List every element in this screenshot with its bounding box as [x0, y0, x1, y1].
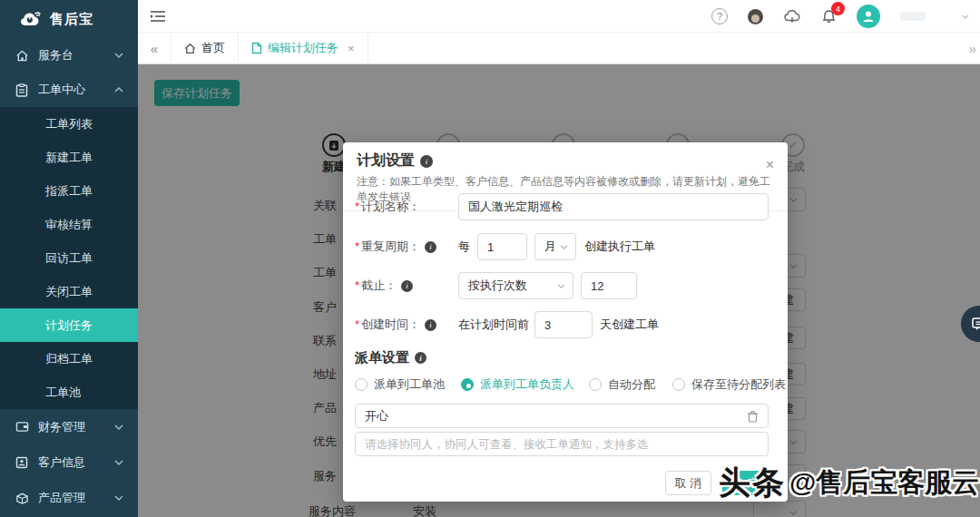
- sidebar-item-work-order-list[interactable]: 工单列表: [0, 107, 138, 141]
- repeat-suffix: 创建执行工单: [584, 239, 655, 255]
- sidebar-item-close-work-order[interactable]: 关闭工单: [0, 275, 138, 308]
- chevron-down-icon: [114, 495, 123, 501]
- sidebar-group-label: 服务台: [38, 47, 74, 63]
- create-time-label: *创建时间： i: [355, 317, 458, 333]
- clipboard-icon: [15, 83, 29, 97]
- sidebar-group-work-order-center[interactable]: 工单中心: [0, 73, 138, 107]
- radio-icon: [672, 378, 685, 391]
- app-screen: 售后宝 服务台 工单中心 工单列表 新建工单 指派工单 审核结算 回访工单 关闭…: [0, 0, 980, 517]
- tabs-scroll-right-icon[interactable]: »: [969, 41, 976, 56]
- plan-settings-modal: 计划设置 i 注意：如果工单类型、客户信息、产品信息等内容被修改或删除，请更新计…: [343, 142, 788, 502]
- repeat-prefix: 每: [458, 239, 470, 255]
- sidebar: 售后宝 服务台 工单中心 工单列表 新建工单 指派工单 审核结算 回访工单 关闭…: [0, 0, 138, 517]
- product-box-icon: [15, 491, 29, 505]
- mini-profile-icon[interactable]: [748, 9, 763, 24]
- tabbar: « 首页 编辑计划任务 × »: [138, 33, 980, 64]
- radio-save-to-pending[interactable]: 保存至待分配列表: [672, 376, 786, 393]
- tab-close-icon[interactable]: ×: [348, 42, 355, 55]
- topbar: ? 4: [138, 0, 980, 33]
- plan-name-row: *计划名称：: [355, 193, 769, 220]
- info-icon[interactable]: i: [425, 241, 436, 253]
- repeat-cycle-label: *重复周期： i: [355, 239, 458, 255]
- caret-down-icon[interactable]: [962, 15, 969, 19]
- notifications-bell-icon[interactable]: 4: [821, 8, 837, 24]
- cancel-button[interactable]: 取 消: [665, 471, 711, 495]
- sidebar-item-assign-work-order[interactable]: 指派工单: [0, 174, 138, 208]
- tab-edit-planned-task[interactable]: 编辑计划任务 ×: [238, 33, 368, 64]
- chevron-down-icon: [114, 460, 123, 465]
- sidebar-item-new-work-order[interactable]: 新建工单: [0, 141, 138, 174]
- sidebar-item-work-order-pool[interactable]: 工单池: [0, 376, 138, 409]
- collaborator-input[interactable]: [355, 432, 769, 456]
- collaborator-field: [355, 432, 769, 456]
- deadline-row: *截止： i 按执行次数: [355, 272, 769, 299]
- modal-title: 计划设置: [357, 151, 415, 171]
- notification-badge: 4: [831, 2, 845, 15]
- deadline-label: *截止： i: [355, 278, 458, 294]
- sidebar-group-product-management[interactable]: 产品管理: [0, 480, 138, 515]
- create-time-prefix: 在计划时间前: [458, 317, 529, 333]
- assignee-value: 开心: [365, 408, 388, 424]
- create-days-input[interactable]: [534, 311, 593, 338]
- menu-fold-icon[interactable]: [149, 8, 167, 24]
- radio-dispatch-pool[interactable]: 派单到工单池: [355, 376, 445, 393]
- info-icon[interactable]: i: [420, 155, 433, 168]
- user-avatar[interactable]: [857, 5, 880, 28]
- info-icon[interactable]: i: [401, 280, 413, 292]
- document-icon: [251, 42, 262, 54]
- info-icon[interactable]: i: [425, 319, 436, 331]
- chevron-down-icon: [114, 53, 123, 58]
- watermark-brand: 头条: [719, 462, 786, 504]
- plan-name-input[interactable]: [458, 193, 769, 220]
- sidebar-item-planned-tasks[interactable]: 计划任务: [0, 308, 138, 342]
- sidebar-group-label: 客户信息: [38, 454, 85, 471]
- sidebar-group-label: 工单中心: [38, 82, 85, 98]
- sidebar-item-audit-settlement[interactable]: 审核结算: [0, 208, 138, 241]
- sidebar-group-service-desk[interactable]: 服务台: [0, 38, 138, 73]
- radio-icon: [589, 378, 602, 391]
- sidebar-group-customer-info[interactable]: 客户信息: [0, 444, 138, 480]
- watermark-handle: @售后宝客服云: [789, 464, 979, 502]
- info-icon[interactable]: i: [415, 352, 426, 364]
- close-icon[interactable]: ×: [766, 158, 774, 172]
- topbar-icons: ? 4: [711, 0, 969, 33]
- create-time-row: *创建时间： i 在计划时间前 天创建工单: [355, 311, 769, 338]
- repeat-interval-input[interactable]: [477, 233, 527, 260]
- chevron-up-icon: [114, 87, 123, 93]
- deadline-count-input[interactable]: [581, 272, 637, 299]
- radio-icon: [355, 378, 368, 391]
- tab-home-label: 首页: [201, 40, 225, 56]
- home-icon: [184, 43, 196, 54]
- home-icon: [15, 48, 29, 63]
- help-icon[interactable]: ?: [711, 8, 728, 24]
- repeat-cycle-row: *重复周期： i 每 月 创建执行工单: [355, 233, 769, 260]
- dispatch-options: 派单到工单池 派单到工单负责人 自动分配 保存至待分配列表: [355, 376, 769, 395]
- sidebar-group-finance-management[interactable]: 财务管理: [0, 409, 138, 444]
- sidebar-group-label: 财务管理: [38, 419, 85, 435]
- tabs-scroll-left-icon[interactable]: «: [138, 41, 171, 56]
- logo: 售后宝: [0, 0, 138, 38]
- chevron-down-icon: [114, 424, 123, 430]
- username-blurred: [900, 12, 926, 21]
- watermark: 头条 @售后宝客服云: [719, 462, 979, 504]
- radio-auto-assign[interactable]: 自动分配: [589, 376, 655, 393]
- delete-icon[interactable]: [747, 410, 759, 423]
- logo-text: 售后宝: [50, 11, 93, 28]
- cloud-wrench-logo-icon: [18, 9, 44, 29]
- sidebar-group-label: 产品管理: [38, 490, 85, 506]
- create-time-suffix: 天创建工单: [600, 317, 659, 333]
- repeat-unit-select[interactable]: 月: [534, 233, 576, 260]
- deadline-mode-select[interactable]: 按执行次数: [458, 272, 573, 299]
- radio-selected-icon: [461, 378, 474, 391]
- radio-dispatch-owner[interactable]: 派单到工单负责人: [461, 376, 574, 393]
- customer-card-icon: [15, 455, 29, 470]
- wallet-icon: [15, 420, 29, 434]
- dispatch-section-title: 派单设置 i: [355, 349, 426, 366]
- plan-name-label: *计划名称：: [355, 199, 458, 215]
- sidebar-item-revisit-work-order[interactable]: 回访工单: [0, 241, 138, 275]
- cloud-sync-icon[interactable]: [783, 9, 801, 24]
- sidebar-item-archived-work-order[interactable]: 归档工单: [0, 342, 138, 376]
- tab-home[interactable]: 首页: [171, 33, 238, 64]
- tab-edit-planned-task-label: 编辑计划任务: [268, 40, 338, 56]
- assignee-field[interactable]: 开心: [355, 404, 769, 428]
